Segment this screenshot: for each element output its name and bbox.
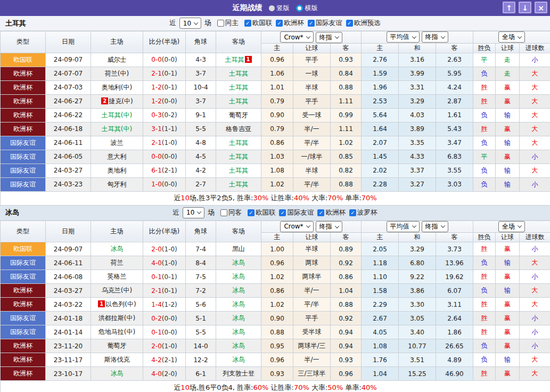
fulltime-score: 2-1	[151, 287, 162, 295]
avg-draw-odds: 4.33	[399, 150, 436, 164]
match-date: 24-06-08	[46, 270, 91, 284]
column-subheader: 进球数	[520, 43, 550, 53]
avg-away-odds: 4.24	[436, 80, 473, 94]
odds-source-select[interactable]: Crow*	[280, 31, 313, 43]
result-goals: 大	[520, 256, 550, 270]
layout-horizontal-radio[interactable]: 横版	[296, 4, 318, 13]
handicap-away-odds: 0.86	[331, 270, 362, 284]
result-goals: 大	[520, 122, 550, 136]
team-section: 土耳其 近 10 场 同主 ✓欧国联✓欧洲杯✓国际友谊✓欧洲预选	[0, 16, 550, 206]
result-goals: 小	[520, 312, 550, 325]
handicap-home-odds: 0.90	[261, 108, 293, 122]
avg-draw-odds: 6.80	[399, 256, 436, 270]
odds-source-select[interactable]: 全场	[498, 221, 525, 232]
away-team: 土耳其	[216, 136, 261, 150]
checkbox-checked-icon[interactable]: ✓	[276, 20, 283, 27]
table-row: 欧洲杯23-10-17冰岛4-0(2-0)6-1列支敦士登0.93三/三球半0.…	[1, 367, 550, 381]
avg-draw-odds: 3.37	[399, 164, 436, 177]
fulltime-score: 2-0	[151, 246, 162, 253]
league-checkbox[interactable]: ✓国际友谊	[279, 208, 314, 217]
score: 4-0(1-0)	[143, 256, 186, 270]
radio-checked-icon[interactable]	[296, 5, 303, 12]
team-name-text: 格鲁吉亚	[226, 125, 251, 133]
team-name-text: 土耳其	[229, 139, 248, 146]
handicap-away-odds: 1.11	[331, 94, 362, 108]
league-checkbox[interactable]: ✓国际友谊	[308, 19, 342, 28]
league-checkbox[interactable]: ✓欧洲杯	[276, 19, 304, 28]
avg-home-odds: 2.76	[362, 53, 399, 67]
match-count-select[interactable]: 10	[179, 18, 201, 29]
team-name-text: 冰岛	[111, 245, 124, 252]
column-header: 角球	[186, 220, 216, 242]
fulltime-score: 2-0	[151, 342, 162, 350]
checkbox-checked-icon[interactable]: ✓	[346, 20, 353, 27]
result-outcome: 负	[473, 353, 496, 367]
odds-source-select[interactable]: Crow*	[280, 221, 313, 232]
odds-source-select[interactable]: 平均值	[387, 31, 420, 43]
home-team: 冰岛	[91, 367, 143, 381]
result-goals: 大	[520, 67, 550, 80]
table-row: 欧洲杯24-06-272捷克(中)1-2(0-0)3-7土耳其0.79平手1.1…	[1, 94, 550, 108]
avg-draw-odds: 3.29	[399, 94, 436, 108]
avg-home-odds: 1.18	[362, 256, 399, 270]
odds-source-select[interactable]: 终指	[422, 31, 448, 43]
result-outcome: 平	[473, 150, 496, 164]
checkbox-unchecked-icon[interactable]	[217, 20, 224, 27]
odds-source-value: Crow*	[284, 223, 303, 230]
checkbox-checked-icon[interactable]: ✓	[279, 209, 286, 216]
odds-source-select[interactable]: 终指	[316, 221, 342, 232]
handicap-home-odds: 0.79	[261, 94, 293, 108]
result-outcome: 胜	[473, 312, 496, 325]
fulltime-score: 2-1	[151, 70, 162, 77]
league-checkbox[interactable]: ✓波罗杯	[349, 208, 377, 217]
league-type-badge: 国际友谊	[1, 177, 46, 191]
avg-home-odds: 2.07	[362, 136, 399, 150]
odds-group-header: 平均值终指	[362, 220, 473, 233]
odds-source-select[interactable]: 全场	[498, 31, 525, 43]
home-team: 荷兰(中)	[91, 67, 143, 80]
result-handicap: 输	[496, 353, 520, 367]
league-filters: ✓欧国联✓国际友谊✓欧洲杯✓波罗杯	[244, 208, 377, 217]
checkbox-unchecked-icon[interactable]	[220, 209, 227, 216]
team-name-text: 波兰	[111, 139, 124, 146]
checkbox-checked-icon[interactable]: ✓	[349, 209, 356, 216]
odds-source-select[interactable]: 终指	[422, 221, 448, 232]
league-checkbox[interactable]: ✓欧洲预选	[346, 19, 381, 28]
odds-source-select[interactable]: 终指	[316, 32, 342, 43]
avg-home-odds: 1.58	[362, 284, 399, 298]
away-team: 冰岛	[216, 325, 261, 339]
avg-draw-odds: 3.29	[399, 242, 436, 256]
score: 4-2(2-1)	[143, 353, 186, 367]
league-checkbox[interactable]: ✓欧洲杯	[317, 208, 346, 217]
column-subheader: 和	[399, 43, 436, 53]
league-checkbox[interactable]: ✓欧国联	[244, 19, 273, 28]
match-count-select[interactable]: 10	[183, 207, 204, 218]
odds-source-select[interactable]: 平均值	[387, 221, 420, 232]
header-group-row: 类型日期主场比分(半场)角球客场Crow*终指平均值终指全场	[1, 31, 550, 44]
checkbox-checked-icon[interactable]: ✓	[248, 209, 255, 216]
checkbox-checked-icon[interactable]: ✓	[317, 209, 324, 216]
handicap-line: 两球半/三	[293, 339, 331, 353]
checkbox-checked-icon[interactable]: ✓	[308, 20, 315, 27]
move-down-button[interactable]: ↓	[519, 2, 531, 13]
league-filter-label: 欧国联	[256, 208, 276, 217]
league-type-badge: 国际友谊	[1, 164, 46, 177]
checkbox-checked-icon[interactable]: ✓	[244, 20, 251, 27]
league-checkbox[interactable]: ✓欧国联	[248, 208, 276, 217]
same-venue-checkbox[interactable]: 同主	[217, 19, 239, 28]
avg-away-odds: 13.96	[436, 256, 473, 270]
rank-badge: 1	[98, 300, 105, 307]
same-venue-checkbox[interactable]: 同客	[220, 208, 242, 217]
table-row: 欧洲杯24-03-27乌克兰(中)2-1(0-1)7-2冰岛0.86半/一1.0…	[1, 284, 550, 298]
close-button[interactable]: ×	[535, 2, 547, 13]
halftime-score: (0-2)	[162, 111, 177, 119]
avg-away-odds: 6.83	[436, 150, 473, 164]
radio-unchecked-icon[interactable]	[269, 5, 275, 11]
avg-draw-odds: 3.16	[399, 53, 436, 67]
home-team: 洪都拉斯(中)	[91, 312, 143, 325]
away-team: 土耳其1	[216, 53, 261, 67]
move-up-button[interactable]: ↑	[503, 2, 515, 13]
fulltime-score: 4-0	[151, 370, 162, 378]
layout-vertical-radio[interactable]: 竖版	[269, 4, 290, 13]
home-team: 奥地利	[91, 164, 143, 177]
